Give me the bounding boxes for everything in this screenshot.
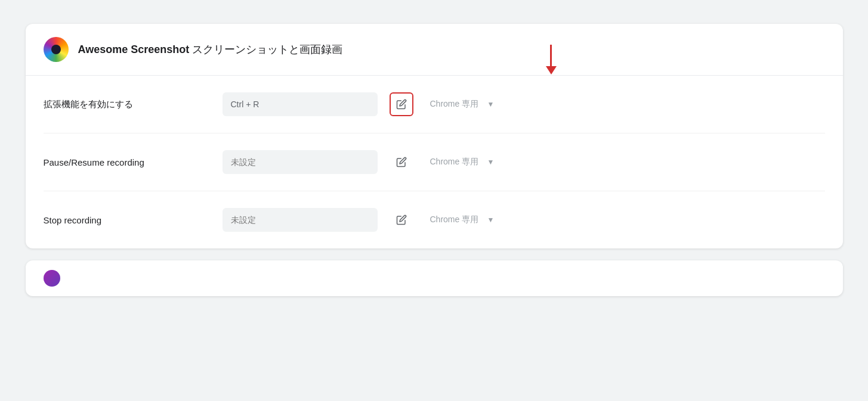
- shortcut-input-stop[interactable]: [223, 208, 378, 232]
- scope-dropdown-stop[interactable]: Chrome 専用 ▼: [425, 208, 545, 232]
- shortcut-label-enable: 拡張機能を有効にする: [44, 99, 211, 110]
- extension-card: Awesome Screenshot スクリーンショットと画面録画 拡張機能を有…: [26, 24, 843, 248]
- scope-label-stop: Chrome 専用: [430, 215, 483, 225]
- extension-name-rest: スクリーンショットと画面録画: [189, 43, 342, 55]
- bottom-card: [26, 260, 843, 296]
- scope-label-enable: Chrome 専用: [430, 99, 483, 110]
- chevron-icon-stop: ▼: [487, 216, 540, 224]
- card-header: Awesome Screenshot スクリーンショットと画面録画: [26, 24, 843, 76]
- extension-title: Awesome Screenshot スクリーンショットと画面録画: [78, 42, 343, 57]
- chevron-icon-pause: ▼: [487, 158, 540, 166]
- extension-name-bold: Awesome Screenshot: [78, 43, 190, 55]
- extension-icon: [44, 37, 69, 62]
- bottom-extension-icon: [44, 270, 60, 287]
- pencil-icon-stop: [396, 215, 407, 225]
- scope-dropdown-pause[interactable]: Chrome 専用 ▼: [425, 150, 545, 174]
- pencil-icon-pause: [396, 157, 407, 167]
- shortcut-input-pause[interactable]: [223, 150, 378, 174]
- shortcut-label-pause: Pause/Resume recording: [44, 157, 211, 167]
- pencil-icon-enable: [396, 99, 407, 110]
- shortcut-input-enable[interactable]: [223, 92, 378, 116]
- scope-label-pause: Chrome 専用: [430, 157, 483, 167]
- chevron-icon-enable: ▼: [487, 100, 540, 108]
- edit-button-enable[interactable]: [390, 92, 413, 116]
- shortcut-row-stop: Stop recording Chrome 専用 ▼: [44, 191, 825, 248]
- scope-dropdown-enable[interactable]: Chrome 専用 ▼: [425, 92, 545, 116]
- shortcut-label-stop: Stop recording: [44, 215, 211, 225]
- edit-button-stop[interactable]: [390, 208, 413, 232]
- shortcut-rows: 拡張機能を有効にする Chrome 専用 ▼ Pause/Resume reco…: [26, 76, 843, 248]
- shortcut-row-pause: Pause/Resume recording Chrome 専用 ▼: [44, 133, 825, 191]
- shortcut-row-enable: 拡張機能を有効にする Chrome 専用 ▼: [44, 76, 825, 133]
- edit-button-pause[interactable]: [390, 150, 413, 174]
